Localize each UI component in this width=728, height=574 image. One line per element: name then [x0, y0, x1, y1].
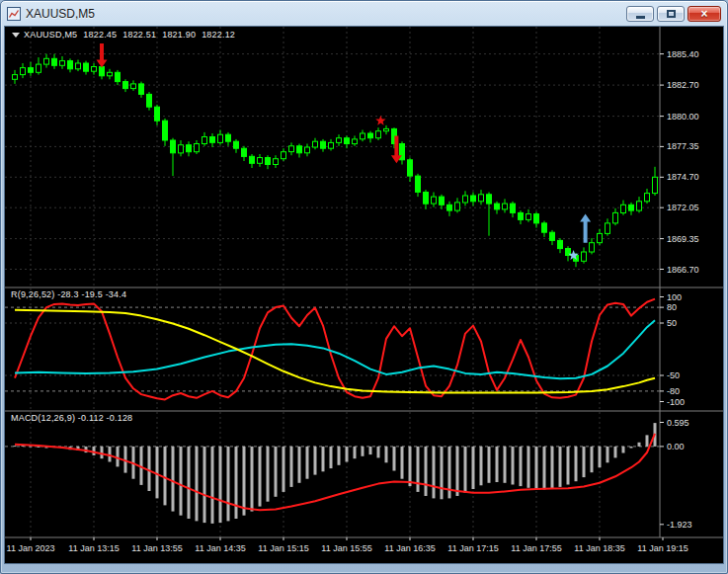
candle — [526, 214, 531, 220]
macd-bar — [322, 447, 325, 471]
ohlc-header: XAUUSD,M5 1822.45 1822.51 1821.90 1822.1… — [12, 30, 241, 40]
axis-label: 50 — [667, 318, 677, 328]
window-title: XAUUSD,M5 — [26, 7, 95, 21]
candle — [250, 156, 255, 163]
macd-bar — [527, 447, 530, 488]
macd-bar — [362, 447, 364, 456]
candle — [606, 223, 610, 234]
macd-bar — [535, 447, 538, 489]
time-label: 11 Jan 18:35 — [574, 543, 624, 553]
axis-label: -50 — [667, 370, 680, 380]
candle — [637, 202, 642, 210]
candle — [131, 84, 136, 89]
candle — [202, 137, 207, 144]
axis-label: 80 — [667, 302, 677, 312]
chart-area[interactable]: 1885.401882.701880.001877.351874.701872.… — [4, 26, 724, 564]
axis-label: 1872.05 — [667, 203, 699, 212]
candle — [258, 158, 263, 164]
candle — [274, 159, 279, 165]
candle — [447, 205, 452, 210]
axis-label: 1866.70 — [667, 265, 699, 275]
macd-bar — [433, 447, 436, 499]
candle — [368, 133, 373, 138]
candle — [345, 138, 350, 144]
macd-bar — [203, 447, 206, 523]
indicator1-label: R(9,26,52) -28.3 -19.5 -34.4 — [11, 289, 126, 299]
candle — [329, 142, 334, 148]
macd-bar — [425, 447, 428, 496]
close-button[interactable]: × — [688, 6, 721, 22]
candle — [432, 197, 437, 204]
candle — [653, 177, 658, 193]
time-label: 11 Jan 2023 — [7, 543, 55, 553]
macd-bar — [243, 447, 246, 516]
macd-bar — [330, 447, 333, 468]
macd-bar — [156, 447, 159, 499]
candle — [353, 139, 358, 144]
titlebar[interactable]: XAUUSD,M5 × — [4, 4, 724, 26]
macd-bar — [480, 447, 483, 485]
axis-label: 1885.40 — [667, 49, 699, 59]
axis-label: 0.00 — [667, 442, 685, 451]
axis-label: 100 — [667, 292, 682, 302]
macd-bar — [622, 447, 625, 453]
axis-label: 1869.35 — [667, 234, 699, 244]
candle — [282, 152, 286, 159]
candle — [613, 212, 618, 223]
macd-bar — [275, 447, 278, 497]
restore-button[interactable] — [657, 6, 685, 22]
symbol-dropdown-icon[interactable] — [12, 33, 20, 38]
candle — [534, 214, 539, 223]
time-label: 11 Jan 16:35 — [384, 543, 435, 553]
macd-bar — [172, 447, 175, 512]
candle — [218, 134, 223, 142]
candle — [226, 134, 231, 141]
time-label: 11 Jan 15:15 — [258, 543, 308, 553]
macd-bar — [567, 447, 570, 485]
candle — [440, 197, 445, 205]
macd-bar — [251, 447, 254, 512]
header-symbol: XAUUSD,M5 — [24, 30, 77, 40]
candle — [542, 223, 547, 232]
candle — [337, 138, 342, 143]
candle — [210, 137, 215, 143]
candle — [376, 131, 381, 138]
minimize-button[interactable] — [626, 6, 654, 22]
candle — [384, 128, 389, 130]
candle — [44, 58, 49, 64]
macd-bar — [117, 447, 120, 467]
candle — [463, 196, 468, 203]
macd-bar — [259, 447, 262, 507]
header-open: 1822.45 — [83, 30, 117, 40]
macd-bar — [520, 447, 523, 486]
chart-icon — [7, 7, 21, 21]
header-high: 1822.51 — [122, 30, 156, 40]
candle — [234, 141, 239, 148]
candle — [550, 232, 555, 240]
macd-bar — [306, 447, 309, 479]
candle — [84, 63, 89, 71]
time-label: 11 Jan 19:15 — [637, 543, 688, 553]
axis-label: -80 — [667, 386, 680, 396]
macd-bar — [188, 447, 191, 519]
close-icon: × — [700, 8, 707, 20]
macd-bar — [441, 447, 444, 499]
macd-bar — [512, 447, 515, 485]
macd-bar — [614, 447, 617, 458]
candle — [645, 194, 650, 202]
candle — [179, 145, 184, 153]
candle — [92, 67, 97, 72]
candle — [76, 63, 81, 69]
axis-label: 0.595 — [667, 418, 689, 428]
candle — [29, 68, 34, 73]
candle — [424, 193, 429, 205]
macd-bar — [298, 447, 301, 483]
macd-bar — [148, 447, 151, 491]
macd-bar — [219, 447, 222, 523]
candle — [155, 107, 160, 121]
macd-bar — [559, 447, 562, 487]
candle — [519, 212, 524, 219]
candle — [503, 204, 508, 209]
macd-bar — [599, 447, 602, 467]
time-label: 11 Jan 13:55 — [131, 543, 182, 553]
